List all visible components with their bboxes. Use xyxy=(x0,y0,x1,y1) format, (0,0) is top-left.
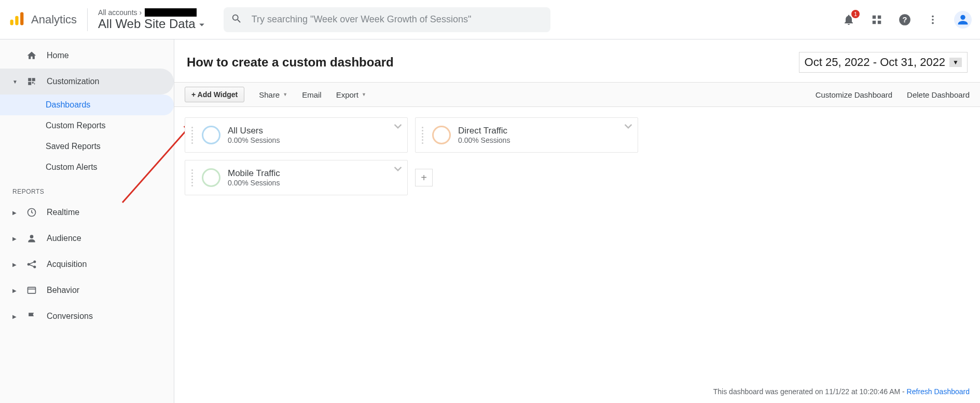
chevron-down-icon: ▼ xyxy=(949,58,962,67)
add-widget-slot[interactable]: + xyxy=(415,169,433,186)
logo-text: Analytics xyxy=(31,13,77,26)
widget-subtitle: 0.00% Sessions xyxy=(458,136,510,144)
svg-rect-1 xyxy=(15,16,18,25)
segment-ring-icon xyxy=(202,126,220,144)
svg-point-10 xyxy=(932,19,934,21)
logo-block: Analytics xyxy=(8,8,88,31)
svg-rect-16 xyxy=(32,82,34,84)
analytics-logo-icon xyxy=(8,10,25,29)
add-widget-button[interactable]: + Add Widget xyxy=(185,87,244,102)
footer-generated-text: This dashboard was generated on 11/1/22 … xyxy=(713,387,907,396)
svg-rect-3 xyxy=(873,15,876,18)
sidebar-item-home[interactable]: Home xyxy=(0,43,174,69)
customization-icon xyxy=(26,77,37,86)
share-menu[interactable]: Share▼ xyxy=(259,90,287,99)
account-name-redacted xyxy=(145,8,197,17)
search-placeholder: Try searching "Week over Week Growth of … xyxy=(252,14,472,25)
svg-point-11 xyxy=(932,22,934,24)
help-icon[interactable]: ? xyxy=(898,13,912,26)
notifications-icon[interactable]: 1 xyxy=(842,13,855,26)
delete-dashboard-link[interactable]: Delete Dashboard xyxy=(907,90,970,99)
widget-menu-icon[interactable] xyxy=(394,165,402,175)
svg-point-20 xyxy=(30,235,34,238)
caret-right-icon: ▶ xyxy=(12,210,17,216)
flag-icon xyxy=(26,311,37,321)
widget-title: Direct Traffic xyxy=(458,126,510,136)
account-selector[interactable]: All accounts › All Web Site Data xyxy=(98,8,205,31)
svg-rect-0 xyxy=(10,19,13,25)
sidebar-item-behavior[interactable]: ▶ Behavior xyxy=(0,277,174,303)
customize-dashboard-link[interactable]: Customize Dashboard xyxy=(816,90,892,99)
svg-rect-4 xyxy=(878,15,881,18)
widget-subtitle: 0.00% Sessions xyxy=(228,179,280,187)
sidebar-label-customization: Customization xyxy=(47,77,99,86)
sidebar-sub-dashboards[interactable]: Dashboards xyxy=(0,95,174,115)
drag-handle-icon[interactable] xyxy=(191,169,197,186)
page-title: How to create a custom dashboard xyxy=(187,55,394,70)
more-menu-icon[interactable] xyxy=(926,13,940,26)
segment-ring-icon xyxy=(432,126,451,144)
svg-text:?: ? xyxy=(902,15,907,24)
view-name-dropdown[interactable]: All Web Site Data xyxy=(98,17,205,31)
account-breadcrumb: All accounts › xyxy=(98,8,205,17)
widget-direct-traffic[interactable]: Direct Traffic 0.00% Sessions xyxy=(415,117,638,153)
main-content: How to create a custom dashboard Oct 25,… xyxy=(174,39,980,403)
svg-point-12 xyxy=(960,15,965,19)
chevron-down-icon: ▼ xyxy=(283,92,287,97)
sidebar-item-acquisition[interactable]: ▶ Acquisition xyxy=(0,251,174,277)
home-icon xyxy=(26,50,37,61)
notification-badge: 1 xyxy=(851,10,860,18)
dashboard-footer-note: This dashboard was generated on 11/1/22 … xyxy=(713,387,970,396)
drag-handle-icon[interactable] xyxy=(422,127,427,144)
search-bar[interactable]: Try searching "Week over Week Growth of … xyxy=(224,7,550,32)
sidebar-sub-custom-reports[interactable]: Custom Reports xyxy=(0,115,174,136)
segment-ring-icon xyxy=(202,168,220,187)
svg-rect-13 xyxy=(28,78,31,81)
drag-handle-icon[interactable] xyxy=(191,127,197,144)
header-actions: 1 ? xyxy=(842,11,972,29)
chevron-down-icon xyxy=(199,17,205,31)
date-range-text: Oct 25, 2022 - Oct 31, 2022 xyxy=(805,56,946,69)
sidebar-item-conversions[interactable]: ▶ Conversions xyxy=(0,303,174,329)
search-icon xyxy=(231,13,242,26)
svg-rect-2 xyxy=(20,12,23,25)
svg-rect-18 xyxy=(34,83,35,85)
caret-down-icon: ▼ xyxy=(12,79,17,85)
sidebar-sub-custom-alerts[interactable]: Custom Alerts xyxy=(0,157,174,178)
page-header: How to create a custom dashboard Oct 25,… xyxy=(174,39,980,82)
svg-rect-15 xyxy=(28,82,31,85)
sidebar: Home ▼ Customization Dashboards Custom R… xyxy=(0,39,174,403)
chevron-down-icon: ▼ xyxy=(362,92,366,97)
sidebar-sub-saved-reports[interactable]: Saved Reports xyxy=(0,136,174,157)
widget-menu-icon[interactable] xyxy=(624,122,632,132)
widget-mobile-traffic[interactable]: Mobile Traffic 0.00% Sessions xyxy=(185,160,408,195)
user-avatar[interactable] xyxy=(954,11,972,29)
caret-right-icon: ▶ xyxy=(12,314,17,319)
widget-title: Mobile Traffic xyxy=(228,168,280,179)
sidebar-item-audience[interactable]: ▶ Audience xyxy=(0,225,174,251)
app-header: Analytics All accounts › All Web Site Da… xyxy=(0,0,980,39)
dashboard-toolbar: + Add Widget Share▼ Email Export▼ Custom… xyxy=(174,82,980,107)
widget-menu-icon[interactable] xyxy=(394,122,402,132)
apps-icon[interactable] xyxy=(870,13,884,26)
widget-subtitle: 0.00% Sessions xyxy=(228,136,280,144)
svg-rect-5 xyxy=(873,20,876,23)
widget-all-users[interactable]: All Users 0.00% Sessions xyxy=(185,117,408,153)
caret-right-icon: ▶ xyxy=(12,262,17,267)
sidebar-item-realtime[interactable]: ▶ Realtime xyxy=(0,199,174,225)
svg-point-21 xyxy=(28,263,30,265)
person-icon xyxy=(26,233,37,244)
email-button[interactable]: Email xyxy=(302,90,322,99)
refresh-dashboard-link[interactable]: Refresh Dashboard xyxy=(907,387,970,396)
dashboard-canvas: All Users 0.00% Sessions Direct Traffic … xyxy=(174,107,980,213)
caret-right-icon: ▶ xyxy=(12,236,17,241)
svg-rect-14 xyxy=(32,78,35,81)
view-name: All Web Site Data xyxy=(98,17,196,31)
sidebar-section-reports: REPORTS xyxy=(0,178,174,199)
date-range-picker[interactable]: Oct 25, 2022 - Oct 31, 2022 ▼ xyxy=(799,52,968,73)
svg-rect-24 xyxy=(28,287,36,293)
breadcrumb-separator: › xyxy=(140,8,142,17)
svg-point-22 xyxy=(34,261,35,262)
sidebar-item-customization[interactable]: ▼ Customization xyxy=(0,69,174,95)
export-menu[interactable]: Export▼ xyxy=(336,90,366,99)
